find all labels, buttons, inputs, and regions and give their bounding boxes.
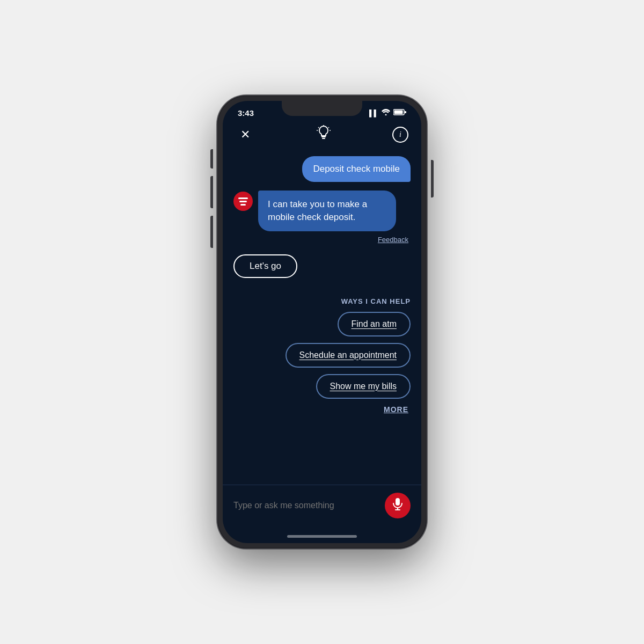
volume-up-button (210, 176, 213, 208)
user-message-text: Deposit check mobile (313, 164, 400, 174)
home-bar (287, 535, 357, 538)
bot-message-bubble: I can take you to make a mobile check de… (258, 191, 396, 231)
mic-icon (392, 498, 403, 514)
close-icon: ✕ (240, 128, 250, 142)
feedback-link[interactable]: Feedback (378, 236, 411, 244)
input-area (223, 485, 421, 529)
bot-avatar-stripes (238, 197, 248, 206)
ways-section: WAYS I CAN HELP Find an atm Schedule an … (233, 297, 411, 414)
user-message-bubble: Deposit check mobile (302, 156, 411, 182)
lets-go-button[interactable]: Let's go (233, 254, 297, 278)
schedule-appointment-label: Schedule an appointment (299, 350, 397, 360)
svg-rect-2 (394, 111, 403, 114)
wifi-icon (382, 109, 390, 117)
find-atm-button[interactable]: Find an atm (338, 312, 411, 336)
ways-title: WAYS I CAN HELP (233, 297, 411, 305)
status-icons: ▌▌ (369, 109, 406, 117)
svg-rect-3 (405, 111, 406, 113)
signal-icon: ▌▌ (369, 109, 378, 117)
close-button[interactable]: ✕ (236, 125, 255, 144)
bot-message-text: I can take you to make a mobile check de… (268, 199, 367, 222)
svg-line-7 (318, 127, 319, 128)
mute-button (210, 149, 213, 169)
svg-point-0 (385, 114, 387, 116)
bot-bubble-row: I can take you to make a mobile check de… (233, 191, 411, 231)
home-indicator (223, 529, 421, 543)
show-bills-label: Show me my bills (330, 382, 397, 391)
chat-input[interactable] (233, 501, 378, 510)
bot-avatar (233, 192, 253, 211)
battery-icon (393, 109, 406, 117)
status-time: 3:43 (238, 108, 254, 118)
chat-area: Deposit check mobile I can take you to m… (223, 151, 421, 485)
info-icon-label: i (399, 130, 401, 139)
notch (282, 101, 362, 116)
lightbulb-icon (317, 125, 331, 144)
schedule-appointment-button[interactable]: Schedule an appointment (286, 343, 411, 368)
svg-rect-11 (396, 498, 400, 506)
show-bills-button[interactable]: Show me my bills (316, 374, 411, 399)
svg-line-8 (328, 127, 329, 128)
find-atm-label: Find an atm (352, 319, 397, 328)
header-bar: ✕ i (223, 121, 421, 151)
info-button[interactable]: i (392, 127, 408, 143)
more-link[interactable]: MORE (384, 405, 411, 414)
mic-button[interactable] (385, 493, 411, 518)
phone-frame: 3:43 ▌▌ (217, 96, 427, 548)
power-button (431, 160, 434, 197)
volume-down-button (210, 216, 213, 248)
svg-rect-5 (322, 138, 325, 139)
header-center (317, 125, 331, 144)
phone-screen: 3:43 ▌▌ (223, 101, 421, 543)
svg-rect-4 (321, 136, 326, 137)
bot-message-wrapper: I can take you to make a mobile check de… (233, 191, 411, 244)
